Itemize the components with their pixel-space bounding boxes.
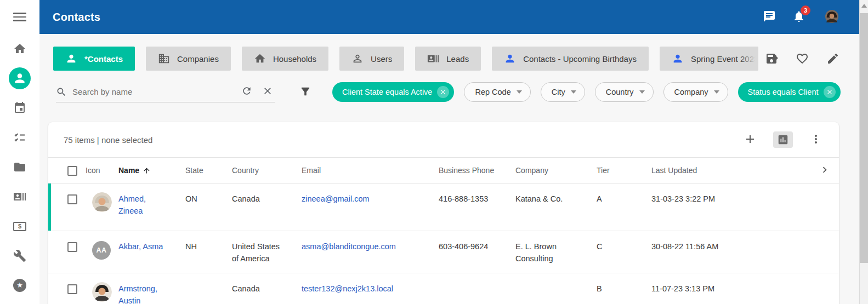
chip-company[interactable]: Company xyxy=(663,82,728,102)
search-input[interactable] xyxy=(72,87,236,96)
cell-country: Canada xyxy=(232,283,302,295)
remove-chip-icon[interactable] xyxy=(824,86,836,98)
contact-card-icon xyxy=(13,190,26,203)
building-icon xyxy=(158,53,170,65)
tab-users[interactable]: Users xyxy=(339,47,404,71)
clear-search-icon[interactable] xyxy=(262,85,273,98)
sidebar-item-contacts[interactable] xyxy=(0,64,39,93)
chevron-down-icon xyxy=(639,90,645,94)
sidebar-item-favorites[interactable]: ★ xyxy=(0,271,39,300)
row-checkbox[interactable] xyxy=(67,284,77,294)
sidebar-item-tasks[interactable] xyxy=(0,123,39,152)
table-row[interactable]: Armstrong, Austin Canada tester132@nexj2… xyxy=(48,273,839,304)
columns-scroll-right-icon[interactable] xyxy=(819,164,831,177)
chat-icon[interactable] xyxy=(763,10,776,25)
cell-country: Canada xyxy=(232,193,302,205)
results-card: 75 items | none selected Icon xyxy=(48,122,839,304)
filter-icon[interactable] xyxy=(299,85,311,99)
select-all-checkbox[interactable] xyxy=(67,166,77,176)
refresh-icon[interactable] xyxy=(241,85,252,98)
cell-business-phone: 603-406-9624 xyxy=(439,241,515,253)
chevron-down-icon xyxy=(714,90,719,94)
more-options-icon[interactable] xyxy=(809,133,822,147)
sidebar-item-home[interactable] xyxy=(0,34,39,64)
table-row[interactable]: AA Akbar, Asma NH United States of Ameri… xyxy=(48,231,839,273)
selection-summary: 75 items | none selected xyxy=(64,135,152,145)
page-title: Contacts xyxy=(53,11,100,24)
chart-view-icon[interactable] xyxy=(773,131,793,148)
folder-icon xyxy=(13,160,26,174)
cell-company: E. L. Brown Consulting xyxy=(515,241,597,265)
contact-initials-avatar: AA xyxy=(92,241,111,260)
tab-contacts-upcoming-birthdays[interactable]: Contacts - Upcoming Birthdays xyxy=(492,47,649,71)
chip-city[interactable]: City xyxy=(541,82,585,102)
contact-photo-avatar xyxy=(92,192,112,212)
scrollbar-up-arrow[interactable] xyxy=(861,4,867,8)
contact-email-link[interactable]: tester132@nexj2k13.local xyxy=(302,283,439,295)
calendar-icon xyxy=(13,101,26,114)
contact-name-link[interactable]: Akbar, Asma xyxy=(118,241,185,253)
column-header-icon[interactable]: Icon xyxy=(86,166,118,175)
sidebar-item-tools[interactable] xyxy=(0,241,39,271)
contact-card-icon xyxy=(427,53,439,65)
appbar: Contacts 3 xyxy=(39,0,859,34)
sidebar-item-leads[interactable] xyxy=(0,182,39,211)
save-view-icon[interactable] xyxy=(765,52,778,67)
column-header-email[interactable]: Email xyxy=(302,166,439,175)
person-icon xyxy=(65,53,77,65)
row-checkbox[interactable] xyxy=(67,194,77,204)
contact-email-link[interactable]: zineea@gmail.com xyxy=(302,193,439,205)
chevron-down-icon xyxy=(517,90,522,94)
column-header-name[interactable]: Name xyxy=(118,166,185,175)
contact-name-link[interactable]: Ahmed, Zineea xyxy=(118,193,185,217)
chip-country[interactable]: Country xyxy=(595,82,654,102)
row-checkbox[interactable] xyxy=(67,242,77,252)
tab-spring-event-2023[interactable]: Spring Event 2023 xyxy=(660,47,758,71)
chevron-down-icon xyxy=(571,90,576,94)
add-record-icon[interactable] xyxy=(744,133,757,147)
user-avatar[interactable] xyxy=(822,7,842,27)
home-icon xyxy=(13,42,26,55)
contact-name-link[interactable]: Armstrong, Austin xyxy=(118,283,185,304)
tab-label: Leads xyxy=(446,54,469,64)
page-scrollbar[interactable] xyxy=(859,0,868,304)
notifications-button[interactable]: 3 xyxy=(792,10,805,25)
filter-chips: Client State equals Active Rep Code City… xyxy=(332,82,841,102)
tab-contacts[interactable]: *Contacts xyxy=(53,47,135,71)
notification-badge: 3 xyxy=(801,5,810,15)
edit-view-icon[interactable] xyxy=(826,52,839,67)
view-tabs: *Contacts Companies Households Users Lea… xyxy=(39,34,859,71)
app-root: $ ★ Contacts 3 xyxy=(0,0,868,304)
contact-email-link[interactable]: asma@blanditcongue.com xyxy=(302,241,439,253)
menu-icon[interactable] xyxy=(13,10,26,24)
sidebar-item-documents[interactable] xyxy=(0,152,39,182)
favorite-view-icon[interactable] xyxy=(796,52,809,67)
cell-company: Katana & Co. xyxy=(515,193,597,205)
column-header-business-phone[interactable]: Business Phone xyxy=(439,166,515,175)
star-icon: ★ xyxy=(13,279,26,292)
chip-client-state[interactable]: Client State equals Active xyxy=(332,82,454,102)
column-header-company[interactable]: Company xyxy=(515,166,597,175)
column-header-tier[interactable]: Tier xyxy=(597,166,651,175)
tasks-icon xyxy=(13,131,26,144)
chip-status[interactable]: Status equals Client xyxy=(738,82,841,102)
person-outline-icon xyxy=(351,53,364,65)
tab-fade xyxy=(740,47,758,71)
tab-households[interactable]: Households xyxy=(242,47,328,71)
cell-tier: A xyxy=(597,193,651,205)
tab-leads[interactable]: Leads xyxy=(415,47,481,71)
column-header-state[interactable]: State xyxy=(185,166,232,175)
column-header-last-updated[interactable]: Last Updated xyxy=(651,166,810,175)
contact-photo-avatar xyxy=(92,282,112,302)
scrollbar-thumb[interactable] xyxy=(860,13,868,263)
remove-chip-icon[interactable] xyxy=(437,86,449,98)
table-row[interactable]: Ahmed, Zineea ON Canada zineea@gmail.com… xyxy=(48,183,839,231)
chip-rep-code[interactable]: Rep Code xyxy=(464,82,530,102)
person-icon-blue xyxy=(504,53,516,65)
sidebar-item-billing[interactable]: $ xyxy=(0,211,39,241)
column-header-country[interactable]: Country xyxy=(232,166,302,175)
tab-companies[interactable]: Companies xyxy=(146,47,231,71)
contacts-active-icon xyxy=(9,67,31,89)
cell-state: ON xyxy=(185,193,232,205)
sidebar-item-calendar[interactable] xyxy=(0,93,39,123)
